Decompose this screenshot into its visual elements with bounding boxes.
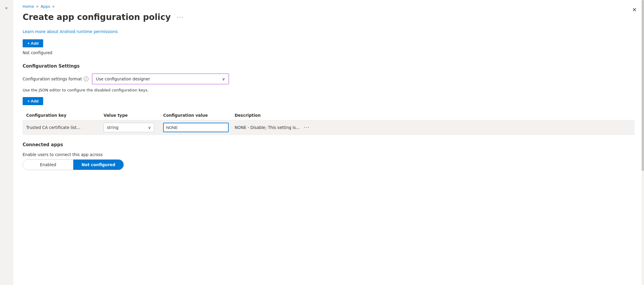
config-table-header: Configuration key Value type Configurati… xyxy=(23,110,634,120)
page-title: Create app configuration policy xyxy=(23,12,171,22)
config-settings-title: Configuration Settings xyxy=(23,63,634,69)
table-row: Trusted CA certificate list... string ∨ … xyxy=(23,120,634,135)
connected-apps-section: Connected apps Enable users to connect t… xyxy=(23,142,634,170)
toggle-enabled-option[interactable]: Enabled xyxy=(23,160,73,170)
close-icon: ✕ xyxy=(632,7,637,13)
format-label: Configuration settings format i xyxy=(23,77,88,81)
info-icon-text: i xyxy=(86,77,87,81)
page-menu-button[interactable]: ··· xyxy=(174,13,186,21)
col-header-config-value: Configuration value xyxy=(163,113,235,118)
row-description: NONE - Disable; This setting is... ··· xyxy=(235,124,634,131)
breadcrumb-apps[interactable]: Apps xyxy=(40,4,50,9)
page-header: Create app configuration policy ··· xyxy=(23,12,634,22)
not-configured-label: Not configured xyxy=(23,50,634,55)
format-label-text: Configuration settings format xyxy=(23,77,82,81)
breadcrumb-home[interactable]: Home xyxy=(23,4,34,9)
breadcrumb-sep-2: > xyxy=(52,4,55,9)
breadcrumb-sep-1: > xyxy=(36,4,39,9)
dropdown-arrow-icon: ∨ xyxy=(222,77,225,81)
value-type-arrow-icon: ∨ xyxy=(148,125,151,130)
toggle-not-configured-option[interactable]: Not configured xyxy=(73,160,124,170)
close-button[interactable]: ✕ xyxy=(630,5,639,14)
row-more-button[interactable]: ··· xyxy=(302,124,311,131)
format-dropdown-value: Use configuration designer xyxy=(96,77,150,81)
connected-apps-title: Connected apps xyxy=(23,142,634,147)
add-config-key-button[interactable]: + Add xyxy=(23,97,43,105)
config-value-input[interactable] xyxy=(163,123,229,132)
configuration-settings-section: Configuration Settings Configuration set… xyxy=(23,63,634,135)
format-row: Configuration settings format i Use conf… xyxy=(23,74,634,84)
col-header-key: Configuration key xyxy=(26,113,104,118)
collapse-sidebar-button[interactable]: « xyxy=(2,3,11,13)
breadcrumb: Home > Apps > xyxy=(23,0,634,11)
col-header-description: Description xyxy=(235,113,634,118)
col-header-value-type: Value type xyxy=(104,113,163,118)
row-config-value xyxy=(163,123,235,132)
add-button-1[interactable]: + Add xyxy=(23,39,43,47)
value-type-dropdown[interactable]: string ∨ xyxy=(104,123,154,132)
scrollbar-thumb[interactable] xyxy=(642,0,644,171)
scrollbar-track xyxy=(642,0,644,285)
main-panel: Home > Apps > ✕ Create app configuration… xyxy=(13,0,644,285)
collapse-icon: « xyxy=(5,5,8,11)
android-runtime-link[interactable]: Learn more about Android runtime permiss… xyxy=(23,29,118,34)
format-dropdown[interactable]: Use configuration designer ∨ xyxy=(92,74,229,84)
row-value-type: string ∨ xyxy=(104,123,163,132)
format-info-icon[interactable]: i xyxy=(84,77,88,81)
json-editor-helper-text: Use the JSON editor to configure the dis… xyxy=(23,88,634,92)
value-type-text: string xyxy=(107,125,118,130)
description-text: NONE - Disable; This setting is... xyxy=(235,125,300,130)
connected-apps-label: Enable users to connect this app across xyxy=(23,152,634,157)
toggle-pill: Enabled Not configured xyxy=(23,159,124,170)
row-key: Trusted CA certificate list... xyxy=(26,125,104,130)
connected-apps-toggle-row: Enabled Not configured xyxy=(23,159,634,170)
